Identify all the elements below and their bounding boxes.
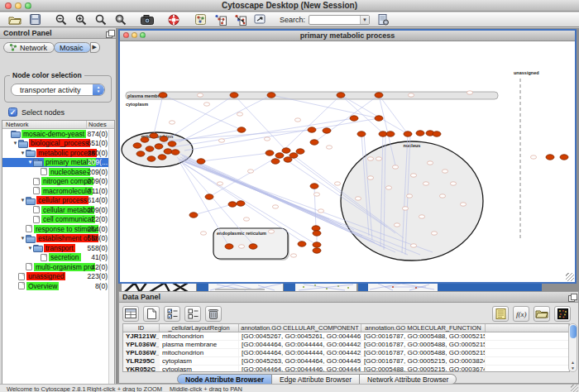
node-unselected[interactable] — [243, 218, 249, 221]
node-selected[interactable] — [164, 149, 172, 154]
table-row[interactable]: YJR121W__1mitochondrion[GO:0045267, GO:0… — [123, 332, 569, 341]
notes-icon[interactable] — [492, 306, 509, 322]
node-selected[interactable] — [136, 151, 145, 156]
node-unselected[interactable] — [318, 209, 323, 213]
node-selected[interactable] — [350, 116, 358, 121]
node-selected[interactable] — [197, 159, 205, 164]
node-color-select[interactable]: transporter activity ▲▼ — [11, 84, 105, 96]
expand-arrow-icon[interactable]: ▼ — [27, 160, 33, 165]
node-selected[interactable] — [249, 244, 257, 249]
node-selected[interactable] — [150, 133, 158, 138]
node-selected[interactable] — [275, 153, 284, 158]
app-titlebar[interactable]: Cytoscape Desktop (New Session) — [0, 0, 579, 12]
tree-row[interactable]: nitrogen compo209(0) — [2, 177, 114, 187]
edge[interactable] — [154, 95, 163, 134]
node-unselected[interactable] — [217, 182, 223, 185]
column-header[interactable] — [486, 324, 569, 332]
snapshot-icon[interactable] — [141, 14, 154, 26]
node-selected[interactable] — [158, 155, 166, 160]
node-unselected[interactable] — [355, 197, 361, 200]
node-selected[interactable] — [146, 146, 154, 151]
expand-arrow-icon[interactable]: ▼ — [20, 198, 26, 203]
node-unselected[interactable] — [367, 157, 373, 160]
node-unselected[interactable] — [402, 207, 408, 210]
node-unselected[interactable] — [237, 112, 242, 116]
node-unselected[interactable] — [218, 139, 224, 142]
table-cell[interactable] — [486, 357, 569, 365]
node-selected[interactable] — [310, 140, 318, 145]
tab-edge-attribute-browser[interactable]: Edge Attribute Browser — [272, 374, 360, 384]
table-row[interactable]: YPL036W__2plasma membrane[GO:0044464, GO… — [123, 341, 569, 349]
search-config-icon[interactable] — [376, 14, 390, 26]
zoom-region-icon[interactable] — [114, 14, 127, 26]
tree-row[interactable]: cellular metabol209(0) — [2, 205, 114, 215]
expand-arrow-icon[interactable]: ▼ — [27, 246, 33, 251]
node-unselected[interactable] — [203, 103, 209, 106]
node-unselected[interactable] — [268, 230, 274, 233]
tree-row[interactable]: unassigned223(0) — [2, 272, 114, 282]
help-icon[interactable] — [167, 14, 180, 26]
matrix-icon[interactable] — [554, 306, 571, 322]
expand-arrow-icon[interactable]: ▼ — [20, 151, 26, 155]
save-icon[interactable] — [28, 14, 41, 26]
node-selected[interactable] — [310, 184, 318, 189]
node-unselected[interactable] — [427, 161, 433, 165]
open-attributes-icon[interactable] — [534, 306, 550, 322]
node-unselected[interactable] — [169, 121, 175, 124]
unselect-all-attributes-icon[interactable] — [184, 306, 201, 322]
node-selected[interactable] — [133, 143, 141, 148]
scroll-down-icon[interactable]: ▼ — [569, 366, 577, 370]
node-unselected[interactable] — [367, 176, 373, 179]
node-selected[interactable] — [171, 150, 179, 155]
node-selected[interactable] — [282, 148, 290, 153]
table-cell[interactable]: [GO:0016787, GO:0005488, GO:0005215, G..… — [361, 332, 486, 340]
zoom-out-icon[interactable] — [55, 14, 68, 26]
node-selected[interactable] — [155, 144, 163, 149]
node-unselected[interactable] — [385, 186, 391, 189]
edge[interactable] — [341, 95, 383, 133]
node-unselected[interactable] — [419, 215, 424, 218]
table-cell[interactable]: [GO:0044464, GO:0044444, GO:0044425, G..… — [239, 349, 361, 356]
node-selected[interactable] — [313, 231, 321, 236]
table-cell[interactable] — [486, 341, 569, 348]
tree-row[interactable]: ▼transport558(0) — [2, 243, 114, 253]
expand-network-icon[interactable] — [213, 14, 227, 26]
node-selected[interactable] — [205, 194, 213, 199]
tab-network-attribute-browser[interactable]: Network Attribute Browser — [360, 374, 457, 384]
node-unselected[interactable] — [264, 137, 270, 141]
node-selected[interactable] — [168, 141, 176, 146]
node-unselected[interactable] — [410, 174, 416, 177]
new-attribute-icon[interactable] — [143, 306, 160, 322]
node-unselected[interactable] — [406, 194, 412, 198]
node-unselected[interactable] — [442, 170, 447, 173]
table-cell[interactable]: YPL036W__1 — [123, 349, 160, 356]
tree-row[interactable]: ▼establishment of lo558(0) — [2, 234, 114, 244]
node-unselected[interactable] — [408, 93, 414, 97]
edge[interactable] — [163, 95, 242, 130]
node-unselected[interactable] — [410, 244, 416, 247]
edge[interactable] — [234, 95, 286, 151]
table-cell[interactable]: YJR121W__1 — [123, 332, 160, 340]
tree-row[interactable]: multi-organism pro42(0) — [2, 262, 114, 272]
tree-row[interactable]: Overview8(0) — [2, 281, 114, 291]
node-selected[interactable] — [357, 131, 366, 136]
node-selected[interactable] — [298, 241, 306, 246]
node-unselected[interactable] — [272, 205, 278, 208]
node-unselected[interactable] — [326, 146, 332, 149]
node-selected[interactable] — [141, 137, 149, 142]
table-cell[interactable]: [GO:0044464, GO:0044444, GO:0044425, G..… — [239, 341, 361, 348]
table-cell[interactable]: YKR052C — [123, 366, 160, 372]
table-scrollbar[interactable]: ▲ ▼ — [568, 323, 577, 372]
node-unselected[interactable] — [392, 165, 398, 169]
node-selected[interactable] — [266, 151, 274, 155]
table-cell[interactable]: [GO:0016787, GO:0005488, GO:0005215, G..… — [361, 341, 486, 348]
node-selected[interactable] — [237, 201, 245, 206]
network-view-window[interactable]: primary metabolic process plasma membran… — [118, 29, 577, 284]
node-selected[interactable] — [416, 131, 424, 136]
table-cell[interactable]: [GO:0044464, GO:0044446, GO:0044444, G..… — [239, 366, 361, 372]
attribute-table[interactable]: ID_cellularLayoutRegionannotation.GO CEL… — [122, 323, 570, 372]
table-cell[interactable] — [486, 349, 569, 356]
network-canvas[interactable]: plasma membranecytoplasmmitochondrionnuc… — [120, 41, 575, 282]
tree-nodes-column-header[interactable]: Nodes — [87, 121, 114, 128]
node-selected[interactable] — [375, 93, 383, 98]
